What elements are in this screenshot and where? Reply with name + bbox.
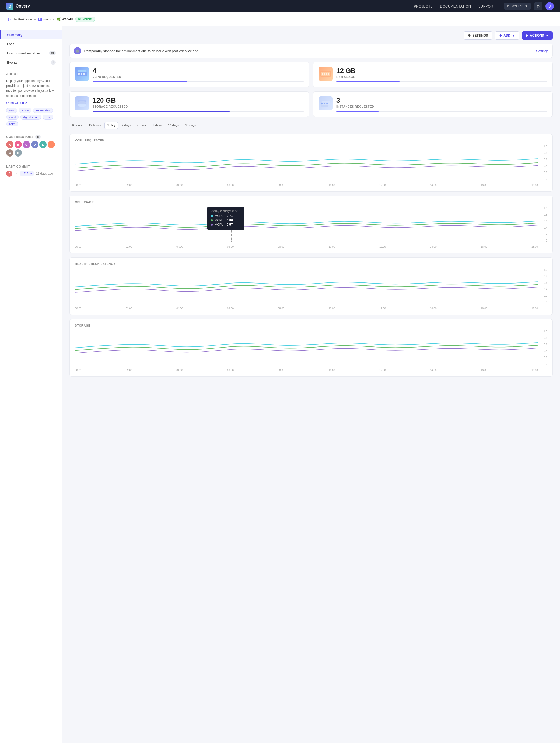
nav-support[interactable]: SUPPORT: [478, 4, 496, 8]
contributor-8: H: [14, 149, 22, 157]
nav-documentation[interactable]: DOCUMENTATION: [440, 4, 471, 8]
contributor-5: E: [39, 141, 47, 148]
time-1d[interactable]: 1 day: [104, 122, 118, 129]
metric-card-instances: 3 INSTANCES REQUESTED: [313, 91, 553, 117]
commit-branch-icon: ⎇: [14, 172, 18, 175]
y-label-06: 0.6: [544, 158, 547, 161]
tooltip-row-1: VCPU 0.71: [211, 214, 241, 218]
breadcrumb-project[interactable]: TwitterClone: [13, 17, 32, 21]
contributor-2: B: [14, 141, 22, 148]
storage-bar-bg: [93, 111, 304, 112]
sidebar-item-logs[interactable]: Logs: [0, 39, 62, 48]
service-icon: 🌿: [56, 17, 61, 21]
metrics-grid: 4 VCPU REQUESTED: [70, 62, 553, 117]
nav-links: PROJECTS DOCUMENTATION SUPPORT: [414, 4, 496, 8]
breadcrumb-env[interactable]: main: [43, 17, 50, 21]
storage-value: 120 GB: [93, 96, 304, 104]
y-label-02: 0.2: [544, 171, 547, 174]
tooltip-value-1: 0.71: [227, 214, 233, 218]
time-14d[interactable]: 14 days: [165, 122, 181, 129]
vcpu-bar-fill: [93, 81, 187, 82]
svg-rect-8: [324, 73, 325, 75]
chart-cpu-tooltip: 00:15, January 09 2021 VCPU 0.71 VCPU 0.…: [207, 207, 245, 230]
settings-button[interactable]: ⚙ SETTINGS: [464, 31, 492, 40]
sidebar-item-env-vars[interactable]: Environment Variables 13: [0, 48, 62, 58]
breadcrumb-service-container: 🌿 web-ui: [56, 17, 73, 21]
contributor-3: C: [23, 141, 30, 148]
sidebar-item-env-vars-label: Environment Variables: [7, 51, 41, 55]
tooltip-value-3: 0.57: [227, 223, 233, 226]
tooltip-label-1: VCPU: [215, 214, 223, 218]
alert-settings-link[interactable]: Settings: [536, 49, 548, 53]
time-2d[interactable]: 2 days: [119, 122, 133, 129]
tag-rust: rust: [43, 115, 53, 120]
tooltip-label-2: VCPU: [215, 218, 223, 222]
tooltip-row-2: VCPU 0.80: [211, 218, 241, 222]
storage-info: 120 GB STORAGE REQUESTED: [93, 96, 304, 112]
svg-rect-17: [321, 103, 323, 104]
github-link[interactable]: Open Github ↗: [6, 101, 56, 105]
contributors-title: Contributors 8: [6, 135, 56, 139]
external-link-icon: ↗: [25, 101, 27, 104]
svg-rect-3: [81, 73, 82, 75]
actions-button[interactable]: ▶ ACTIONS ▼: [522, 31, 553, 40]
main-layout: Summary Logs Environment Variables 13 Ev…: [0, 26, 560, 743]
user-avatar[interactable]: U: [546, 2, 554, 10]
time-7d[interactable]: 7 days: [150, 122, 164, 129]
add-button[interactable]: ✚ ADD ▼: [495, 31, 519, 40]
vcpu-label: VCPU REQUESTED: [93, 76, 304, 79]
last-commit-row: A ⎇ df12de 21 days ago: [6, 171, 56, 177]
chart-storage-area: 1.0 0.8 0.6 0.4 0.2 0 00:00 02:00 04:00 …: [75, 330, 547, 372]
about-section: About Deploy your apps on any Cloud prov…: [0, 67, 62, 133]
contributors-count: 8: [35, 135, 41, 139]
chart-storage-title: STORAGE: [75, 324, 547, 327]
svg-rect-10: [328, 73, 329, 75]
breadcrumb: ▷ TwitterClone ▸ E main ▸ 🌿 web-ui RUNNI…: [0, 12, 560, 26]
sidebar: Summary Logs Environment Variables 13 Ev…: [0, 26, 62, 743]
tooltip-value-2: 0.80: [227, 218, 233, 222]
storage-bar-fill: [93, 111, 230, 112]
y-label-10: 1.0: [544, 145, 547, 148]
vcpu-icon: [75, 67, 89, 81]
sidebar-item-events[interactable]: Events 1: [0, 58, 62, 67]
svg-rect-9: [326, 73, 327, 75]
commit-author-avatar: A: [6, 171, 12, 177]
instances-info: 3 INSTANCES REQUESTED: [336, 96, 547, 112]
time-6h[interactable]: 6 hours: [70, 122, 85, 129]
breadcrumb-service: web-ui: [62, 17, 73, 21]
breadcrumb-project-icon: ▷: [8, 17, 11, 21]
chart-vcpu-canvas: [75, 145, 538, 180]
settings-label: SETTINGS: [472, 34, 488, 37]
alert-text: I temporarily stopped the environment du…: [84, 49, 198, 53]
chart-vcpu-requested: VCPU REQUESTED: [70, 134, 553, 191]
svg-rect-1: [78, 70, 86, 72]
metric-card-storage: 120 GB STORAGE REQUESTED: [70, 91, 309, 117]
vcpu-value: 4: [93, 67, 304, 75]
chart-cpu-title: CPU USAGE: [75, 201, 547, 204]
svg-rect-19: [327, 103, 328, 104]
chevron-down-icon: ▼: [525, 4, 528, 8]
actions-icon: ▶: [526, 34, 528, 37]
chart-health-y-labels: 1.0 0.8 0.6 0.4 0.2 0: [540, 268, 547, 304]
breadcrumb-env-container: E main: [38, 17, 50, 21]
add-chevron-icon: ▼: [512, 34, 515, 37]
events-badge: 1: [50, 60, 56, 64]
time-4d[interactable]: 4 days: [135, 122, 149, 129]
nav-projects[interactable]: PROJECTS: [414, 4, 433, 8]
time-12h[interactable]: 12 hours: [86, 122, 103, 129]
svg-rect-7: [322, 73, 323, 75]
tags-container: aws azure kubernetes cloud digitalocean …: [6, 108, 56, 127]
tooltip-dot-2: [211, 219, 213, 221]
tooltip-date: 00:15, January 09 2021: [211, 209, 241, 213]
chart-vcpu-y-labels: 1.0 0.8 0.6 0.4 0.2 0: [540, 145, 547, 180]
org-selector[interactable]: 🏳 MYORG ▼: [504, 3, 531, 10]
global-settings-button[interactable]: ⚙: [534, 2, 543, 10]
time-30d[interactable]: 30 days: [182, 122, 199, 129]
instances-value: 3: [336, 96, 547, 104]
contributor-1: A: [6, 141, 13, 148]
sidebar-item-summary[interactable]: Summary: [0, 30, 62, 39]
toolbar: ⚙ SETTINGS ✚ ADD ▼ ▶ ACTIONS ▼: [70, 31, 553, 40]
tag-cloud: cloud: [6, 115, 19, 120]
ram-icon: [318, 67, 333, 81]
time-range-selector: 6 hours 12 hours 1 day 2 days 4 days 7 d…: [70, 122, 553, 129]
